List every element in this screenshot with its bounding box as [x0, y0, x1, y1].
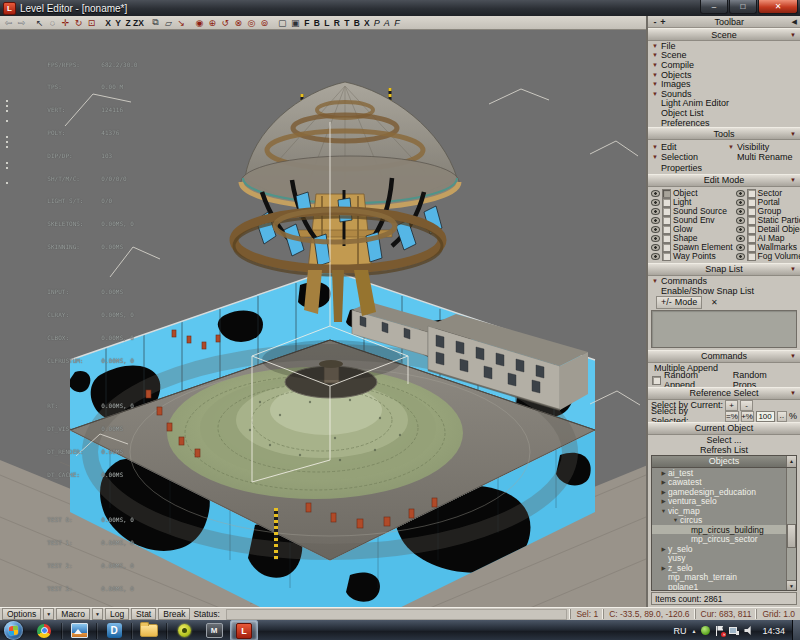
scroll-up-button[interactable]: ▲	[786, 456, 796, 467]
taskbar-app-level-editor[interactable]: L	[230, 620, 258, 640]
scene-tree-item[interactable]: ▼ File	[648, 41, 800, 51]
scene-tree-item[interactable]: ▼ Scene	[648, 51, 800, 61]
visibility-eye-icon[interactable]	[651, 235, 660, 242]
toolbar-button-icon[interactable]: ⇦	[2, 17, 15, 29]
snap-commands-item[interactable]: ▼ Commands	[648, 276, 800, 286]
scene-tree-item[interactable]: ▼ Sounds	[648, 89, 800, 99]
object-tree-item[interactable]: mp_circus_building	[652, 525, 787, 535]
toolbar-button-icon[interactable]: B	[352, 17, 362, 29]
snap-mode-button[interactable]: +/- Mode	[656, 296, 702, 309]
taskbar-app-explorer[interactable]	[135, 620, 163, 640]
scene-tree-item[interactable]: ▼ Compile	[648, 60, 800, 70]
toolbar-button-icon[interactable]: ZX	[133, 17, 144, 29]
collapse-minus-button[interactable]: -	[651, 17, 659, 27]
scrollbar-thumb[interactable]	[787, 524, 796, 548]
mode-checkbox[interactable]	[662, 243, 671, 252]
object-tree-item[interactable]: pplane1	[652, 582, 787, 591]
mode-checkbox[interactable]	[747, 207, 756, 216]
taskbar-app-m[interactable]: M	[200, 620, 228, 640]
percent-spinner[interactable]: ‥	[777, 411, 787, 422]
taskbar-app-photos[interactable]	[65, 620, 93, 640]
visibility-eye-icon[interactable]	[651, 244, 660, 251]
visibility-eye-icon[interactable]	[736, 208, 745, 215]
visibility-eye-icon[interactable]	[651, 217, 660, 224]
visibility-eye-icon[interactable]	[651, 253, 660, 260]
visibility-eye-icon[interactable]	[736, 253, 745, 260]
toolbar-button-icon[interactable]: R	[332, 17, 342, 29]
toolbar-button-icon[interactable]: A	[382, 17, 392, 29]
snap-clear-button[interactable]: ✕	[708, 297, 720, 308]
toolbar-button-icon[interactable]: ↘	[175, 17, 188, 29]
scene-tree-item[interactable]: Object List	[648, 108, 800, 118]
toolbar-button-icon[interactable]: ◌	[46, 17, 59, 29]
toolbar-button-icon[interactable]: ◉	[193, 17, 206, 29]
eq-percent-button[interactable]: =%	[725, 411, 738, 422]
edit-mode-toggle[interactable]: Way Points	[648, 252, 733, 261]
snap-enable-item[interactable]: Enable/Show Snap List	[648, 286, 800, 296]
collapse-plus-button[interactable]: +	[659, 17, 667, 27]
tools-item[interactable]: ▼ Edit	[648, 141, 724, 152]
log-button[interactable]: Log	[105, 608, 129, 620]
toolbar-button-icon[interactable]: T	[342, 17, 352, 29]
mode-checkbox[interactable]	[662, 198, 671, 207]
toolbar-button-icon[interactable]: F	[302, 17, 312, 29]
mode-checkbox[interactable]	[747, 189, 756, 198]
toolbar-button-icon[interactable]: ⧉	[149, 17, 162, 29]
viewport-3d[interactable]: FPS/RFPS:682.2/30.0 TPS:0.00 M VERT:1241…	[0, 30, 646, 607]
toolbar-button-icon[interactable]: X	[103, 17, 113, 29]
inc-percent-button[interactable]: +%	[741, 411, 754, 422]
toolbar-button-icon[interactable]: ▱	[162, 17, 175, 29]
tree-expand-arrow[interactable]: ▶	[659, 470, 668, 476]
tree-expand-arrow[interactable]: ▶	[659, 565, 668, 571]
visibility-eye-icon[interactable]	[736, 190, 745, 197]
speaker-icon[interactable]	[744, 626, 754, 635]
section-header-current-object[interactable]: Current Object	[648, 422, 800, 435]
start-button[interactable]	[4, 621, 23, 640]
visibility-eye-icon[interactable]	[736, 235, 745, 242]
toolbar-button-icon[interactable]: ▣	[289, 17, 302, 29]
visibility-eye-icon[interactable]	[651, 208, 660, 215]
mode-checkbox[interactable]	[662, 207, 671, 216]
mode-checkbox[interactable]	[747, 234, 756, 243]
section-header-edit-mode[interactable]: Edit Mode ▼	[648, 174, 800, 187]
toolbar-button-icon[interactable]: P	[372, 17, 382, 29]
show-desktop-button[interactable]	[792, 620, 800, 640]
visibility-eye-icon[interactable]	[736, 226, 745, 233]
tools-item[interactable]: Multi Rename	[724, 152, 800, 163]
visibility-eye-icon[interactable]	[651, 190, 660, 197]
scroll-down-button[interactable]: ▼	[787, 580, 796, 590]
macro-dropdown-icon[interactable]: ▼	[92, 608, 103, 620]
toolbar-button-icon[interactable]: X	[362, 17, 372, 29]
object-tree-item[interactable]: ▼ vic_map	[652, 506, 787, 516]
edit-mode-toggle[interactable]: Fog Volumes	[733, 252, 800, 261]
taskbar-app-gold[interactable]	[170, 620, 198, 640]
visibility-eye-icon[interactable]	[736, 244, 745, 251]
macro-button[interactable]: Macro	[56, 608, 90, 620]
section-header-snap-list[interactable]: Snap List ▼	[648, 263, 800, 276]
tree-expand-arrow[interactable]: ▶	[659, 498, 668, 504]
tools-item[interactable]: Properties	[648, 162, 724, 173]
action-center-icon[interactable]: ✕	[715, 626, 724, 636]
scene-tree-item[interactable]: Preferences	[648, 118, 800, 128]
mode-checkbox[interactable]	[747, 243, 756, 252]
select-plus-button[interactable]: +	[725, 400, 738, 411]
toolbar-button-icon[interactable]: ◎	[245, 17, 258, 29]
visibility-eye-icon[interactable]	[736, 217, 745, 224]
objects-tree-list[interactable]: ▶ ai_test ▶ cawatest ▶ gamedesign_educat…	[651, 468, 797, 591]
close-button[interactable]: ✕	[758, 0, 798, 14]
snap-listbox[interactable]	[651, 310, 797, 348]
object-tree-item[interactable]: mp_marsh_terrain	[652, 572, 787, 582]
tray-chevron-icon[interactable]: ▲	[692, 628, 697, 634]
toolbar-button-icon[interactable]: ⊕	[206, 17, 219, 29]
antivirus-tray-icon[interactable]	[701, 626, 710, 635]
scene-tree-item[interactable]: Light Anim Editor	[648, 99, 800, 109]
network-icon[interactable]	[729, 626, 739, 635]
stat-button[interactable]: Stat	[131, 608, 156, 620]
mode-checkbox[interactable]	[747, 252, 756, 261]
toolbar-button-icon[interactable]: ↺	[219, 17, 232, 29]
toolbar-button-icon[interactable]: ▢	[276, 17, 289, 29]
tree-expand-arrow[interactable]: ▶	[659, 479, 668, 485]
toolbar-button-icon[interactable]: ↖	[33, 17, 46, 29]
object-tree-item[interactable]: ▼ circus	[652, 515, 787, 525]
tree-expand-arrow[interactable]: ▶	[659, 489, 668, 495]
